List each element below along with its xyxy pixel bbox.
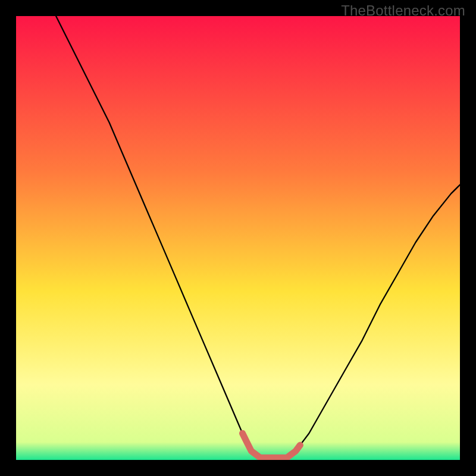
chart-svg	[16, 16, 460, 460]
gradient-background	[16, 16, 460, 460]
watermark-text: TheBottleneck.com	[341, 2, 465, 19]
plot-area	[16, 16, 460, 460]
chart-frame: TheBottleneck.com	[0, 0, 476, 476]
